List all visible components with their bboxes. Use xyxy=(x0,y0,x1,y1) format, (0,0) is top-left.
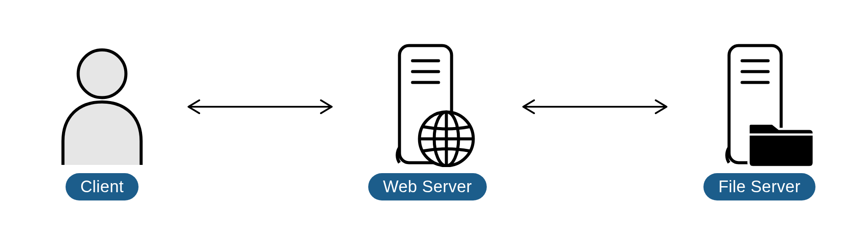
architecture-diagram: Client xyxy=(0,43,868,200)
file-server-icon xyxy=(703,41,816,169)
node-web-server: Web Server xyxy=(368,43,487,200)
label-file-server: File Server xyxy=(703,173,815,200)
person-icon xyxy=(52,46,152,169)
label-web-server: Web Server xyxy=(368,173,487,200)
bidirectional-arrow-icon xyxy=(515,94,675,122)
node-file-server: File Server xyxy=(703,43,816,200)
arrow-web-file xyxy=(487,94,703,122)
web-server-icon xyxy=(373,41,482,169)
node-client: Client xyxy=(52,43,152,200)
svg-point-0 xyxy=(78,50,126,98)
arrow-client-web xyxy=(152,94,368,122)
web-server-icon-wrap xyxy=(373,43,482,169)
bidirectional-arrow-icon xyxy=(180,94,340,122)
client-icon-wrap xyxy=(52,43,152,169)
label-client: Client xyxy=(66,173,139,200)
file-server-icon-wrap xyxy=(703,43,816,169)
